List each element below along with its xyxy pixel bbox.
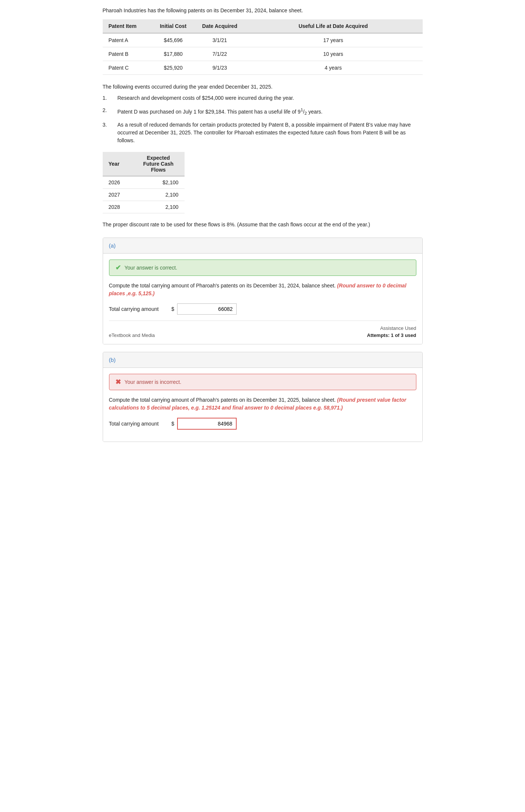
section-b-question: Compute the total carrying amount of Pha… [109, 396, 416, 412]
correct-banner: ✔ Your answer is correct. [109, 259, 416, 276]
table-row: 2028 2,100 [103, 201, 185, 213]
section-a-input-row: Total carrying amount $ [109, 303, 416, 315]
x-icon: ✖ [115, 378, 121, 386]
patent-b-date: 7/1/22 [196, 47, 244, 61]
section-a-footer: eTextbook and Media Assistance Used Atte… [109, 321, 416, 338]
section-a-dollar: $ [172, 306, 175, 312]
event-3-text: As a result of reduced demands for certa… [118, 121, 423, 144]
incorrect-banner: ✖ Your answer is incorrect. [109, 374, 416, 390]
col-initial-cost: Initial Cost [151, 19, 196, 33]
event-2-num: 2. [103, 106, 118, 117]
correct-text: Your answer is correct. [125, 265, 177, 271]
intro-text: Pharoah Industries has the following pat… [103, 7, 423, 13]
patent-b-item: Patent B [103, 47, 151, 61]
event-2-superscript: 1 [301, 107, 303, 112]
cf-col-flow: Expected Future Cash Flows [132, 152, 185, 176]
cf-year-2026: 2026 [103, 176, 132, 189]
patent-c-life: 4 years [244, 61, 423, 75]
section-a: (a) ✔ Your answer is correct. Compute th… [103, 238, 423, 344]
cf-flow-2028: 2,100 [132, 201, 185, 213]
patent-a-date: 3/1/21 [196, 33, 244, 47]
patent-a-life: 17 years [244, 33, 423, 47]
section-b: (b) ✖ Your answer is incorrect. Compute … [103, 352, 423, 442]
section-b-label: (b) [109, 357, 116, 363]
patent-c-cost: $25,920 [151, 61, 196, 75]
cf-year-2027: 2027 [103, 188, 132, 201]
event-3: 3. As a result of reduced demands for ce… [103, 121, 423, 144]
patent-a-item: Patent A [103, 33, 151, 47]
attempts-text: Attempts: 1 of 3 used [367, 332, 416, 338]
col-useful-life: Useful Life at Date Acquired [244, 19, 423, 33]
table-row: Patent C $25,920 9/1/23 4 years [103, 61, 423, 75]
section-a-body: ✔ Your answer is correct. Compute the to… [103, 254, 422, 344]
table-row: 2026 $2,100 [103, 176, 185, 189]
checkmark-icon: ✔ [115, 264, 121, 272]
section-a-label: (a) [109, 242, 116, 249]
section-b-input[interactable] [177, 418, 237, 430]
table-row: Patent A $45,696 3/1/21 17 years [103, 33, 423, 47]
patent-c-date: 9/1/23 [196, 61, 244, 75]
patent-table: Patent Item Initial Cost Date Acquired U… [103, 19, 423, 75]
cashflow-table: Year Expected Future Cash Flows 2026 $2,… [103, 152, 185, 213]
patent-b-cost: $17,880 [151, 47, 196, 61]
event-2-text: Patent D was purchased on July 1 for $29… [118, 106, 323, 117]
cf-flow-2026: $2,100 [132, 176, 185, 189]
assistance-used: Assistance Used [367, 325, 416, 331]
etextbook-label: eTextbook and Media [109, 332, 155, 338]
event-3-num: 3. [103, 121, 118, 144]
section-b-dollar: $ [172, 421, 175, 427]
event-1-num: 1. [103, 94, 118, 102]
patent-b-life: 10 years [244, 47, 423, 61]
cf-flow-2027: 2,100 [132, 188, 185, 201]
event-2-end: years. [307, 109, 323, 115]
patent-c-item: Patent C [103, 61, 151, 75]
table-row: Patent B $17,880 7/1/22 10 years [103, 47, 423, 61]
event-2: 2. Patent D was purchased on July 1 for … [103, 106, 423, 117]
event-1-text: Research and development costs of $254,0… [118, 94, 294, 102]
cf-col-year: Year [103, 152, 132, 176]
incorrect-text: Your answer is incorrect. [125, 379, 182, 385]
col-date-acquired: Date Acquired [196, 19, 244, 33]
section-b-input-row: Total carrying amount $ [109, 418, 416, 430]
discount-text: The proper discount rate to be used for … [103, 221, 423, 229]
section-b-body: ✖ Your answer is incorrect. Compute the … [103, 368, 422, 442]
section-a-input-label: Total carrying amount [109, 306, 169, 312]
event-1: 1. Research and development costs of $25… [103, 94, 423, 102]
events-list: 1. Research and development costs of $25… [103, 94, 423, 144]
section-a-input[interactable] [177, 303, 237, 315]
table-row: 2027 2,100 [103, 188, 185, 201]
events-intro: The following events occurred during the… [103, 84, 423, 90]
section-b-input-label: Total carrying amount [109, 421, 169, 427]
section-b-header: (b) [103, 352, 422, 368]
section-a-question: Compute the total carrying amount of Pha… [109, 282, 416, 297]
col-patent-item: Patent Item [103, 19, 151, 33]
patent-a-cost: $45,696 [151, 33, 196, 47]
assistance-col: Assistance Used Attempts: 1 of 3 used [367, 325, 416, 338]
event-2-before: Patent D was purchased on July 1 for $29… [118, 109, 301, 115]
cf-year-2028: 2028 [103, 201, 132, 213]
section-a-header: (a) [103, 238, 422, 254]
